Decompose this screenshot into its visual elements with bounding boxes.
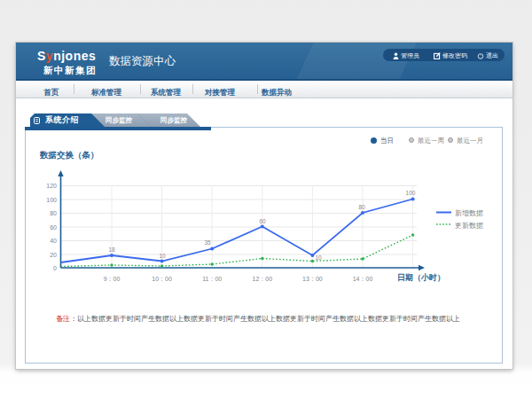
svg-text:80: 80 [50,210,57,216]
svg-text:100: 100 [406,190,416,196]
svg-text:10: 10 [159,253,166,259]
svg-text:13：00: 13：00 [302,276,323,282]
svg-text:14：00: 14：00 [353,276,373,282]
svg-text:60: 60 [50,224,57,231]
svg-text:60: 60 [259,218,266,224]
svg-text:35: 35 [204,239,211,246]
svg-text:120: 120 [46,183,57,189]
svg-text:20: 20 [50,252,57,258]
svg-text:12：00: 12：00 [253,276,273,282]
svg-text:100: 100 [46,197,57,203]
svg-text:9：00: 9：00 [104,276,121,282]
svg-text:10：00: 10：00 [152,276,172,282]
svg-text:18: 18 [108,246,115,253]
svg-text:更新数据: 更新数据 [455,222,483,230]
svg-text:10: 10 [315,254,322,261]
svg-text:80: 80 [358,204,365,210]
svg-text:11：00: 11：00 [202,276,222,282]
svg-text:新增数据: 新增数据 [455,209,483,217]
svg-text:40: 40 [50,238,57,244]
svg-text:0: 0 [53,265,57,271]
